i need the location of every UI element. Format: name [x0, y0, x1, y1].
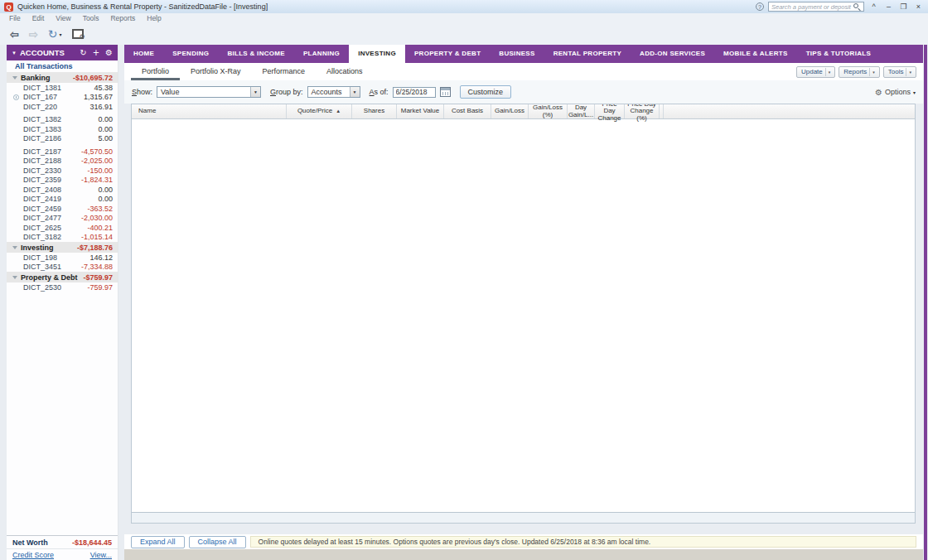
window-right-edge — [924, 45, 927, 560]
as-of-date-input[interactable] — [393, 87, 436, 98]
quicken-logo-icon: Q — [4, 2, 13, 12]
sidebar-item-dict-2186[interactable]: DICT_21865.00 — [7, 134, 118, 144]
sidebar-item-dict-2188[interactable]: DICT_2188-2,025.00 — [7, 157, 118, 167]
triangle-icon — [12, 246, 17, 249]
expand-all-button[interactable]: Expand All — [131, 536, 185, 548]
column-header-gain-loss[interactable]: Gain/Loss (%) — [529, 104, 568, 118]
refresh-accounts-icon[interactable]: ↻ — [80, 48, 86, 57]
sidebar-item-dict-220[interactable]: DICT_220316.91 — [7, 102, 118, 112]
tab-business[interactable]: BUSINESS — [490, 45, 544, 63]
reports-button[interactable]: Reports▾ — [839, 66, 880, 78]
sidebar-group-investing[interactable]: Investing-$7,188.76 — [7, 242, 118, 253]
chevron-down-icon[interactable]: ▼ — [350, 87, 360, 97]
sidebar-group-label: Property & Debt — [21, 273, 78, 282]
accounts-gear-icon[interactable]: ⚙ — [105, 48, 113, 57]
sidebar-item-dict-2408[interactable]: DICT_24080.00 — [7, 185, 118, 195]
sidebar-item-dict-2187[interactable]: DICT_2187-4,570.50 — [7, 147, 118, 157]
sidebar-item-dict-2625[interactable]: DICT_2625-400.21 — [7, 223, 118, 233]
sidebar-item-all-transactions[interactable]: All Transactions — [7, 60, 118, 72]
menu-view[interactable]: View — [50, 14, 76, 22]
tab-home[interactable]: HOME — [124, 45, 163, 63]
accounts-header[interactable]: ▼ ACCOUNTS ↻ + ⚙ — [7, 45, 118, 60]
tab-mobile-alerts[interactable]: MOBILE & ALERTS — [714, 45, 797, 63]
sidebar-item-dict-1381[interactable]: DICT_138145.38 — [7, 83, 118, 93]
tab-bills-income[interactable]: BILLS & INCOME — [218, 45, 294, 63]
sidebar-item-dict-167[interactable]: DICT_1671,315.67 — [7, 93, 118, 103]
subtab-performance[interactable]: Performance — [252, 63, 317, 80]
sidebar-item-dict-3451[interactable]: DICT_3451-7,334.88 — [7, 263, 118, 273]
sort-ascending-icon: ▲ — [336, 108, 341, 115]
tab-tips-tutorials[interactable]: TIPS & TUTORIALS — [797, 45, 880, 63]
sidebar-item-dict-1382[interactable]: DICT_13820.00 — [7, 115, 118, 125]
menu-edit[interactable]: Edit — [27, 14, 51, 22]
minimize-button[interactable]: – — [883, 2, 894, 12]
forward-button[interactable]: ⇨ — [29, 28, 38, 41]
account-value: 0.00 — [98, 125, 113, 133]
column-header-quote-price[interactable]: Quote/Price▲ — [287, 104, 352, 118]
subtab-portfolio[interactable]: Portfolio — [131, 63, 180, 80]
refresh-icon: ↻ — [48, 27, 58, 41]
chevron-down-icon: ▾ — [913, 89, 916, 95]
help-icon[interactable]: ? — [756, 2, 764, 11]
column-header-price-day-change[interactable]: Price Day Change — [595, 104, 625, 118]
credit-score-link[interactable]: Credit Score — [12, 551, 54, 559]
sidebar-item-dict-2419[interactable]: DICT_24190.00 — [7, 195, 118, 205]
sidebar-item-dict-2359[interactable]: DICT_2359-1,824.31 — [7, 176, 118, 186]
account-value: 1,315.67 — [84, 93, 113, 101]
sidebar-item-dict-2477[interactable]: DICT_2477-2,030.00 — [7, 214, 118, 224]
totals-row — [132, 512, 915, 523]
column-header-price-day-change[interactable]: Price Day Change (%) — [625, 104, 660, 118]
group-by-dropdown[interactable]: Accounts ▼ — [307, 86, 360, 98]
credit-score-view-link[interactable]: View... — [90, 551, 112, 559]
close-button[interactable]: × — [913, 2, 924, 12]
menu-tools[interactable]: Tools — [77, 14, 105, 22]
clock-icon — [13, 94, 19, 100]
column-header-name[interactable]: Name — [132, 104, 287, 118]
net-worth-value: -$18,644.45 — [72, 538, 112, 547]
restore-button[interactable]: ❐ — [898, 2, 909, 12]
column-header-gain-loss[interactable]: Gain/Loss — [491, 104, 529, 118]
tab-property-debt[interactable]: PROPERTY & DEBT — [405, 45, 490, 63]
tab-add-on-services[interactable]: ADD-ON SERVICES — [631, 45, 714, 63]
add-account-icon[interactable]: + — [93, 48, 99, 57]
tab-investing[interactable]: INVESTING — [349, 45, 405, 63]
sidebar-item-dict-1383[interactable]: DICT_13830.00 — [7, 124, 118, 134]
column-header-shares[interactable]: Shares — [352, 104, 397, 118]
menu-file[interactable]: File — [3, 14, 27, 22]
show-dropdown[interactable]: Value ▼ — [157, 86, 261, 98]
sidebar-item-dict-198[interactable]: DICT_198146.12 — [7, 253, 118, 263]
collapse-window-button[interactable]: ^ — [868, 2, 879, 12]
calendar-icon[interactable] — [440, 87, 451, 97]
column-header-cost-basis[interactable]: Cost Basis — [444, 104, 491, 118]
collapse-all-button[interactable]: Collapse All — [189, 536, 246, 548]
sidebar-item-dict-2530[interactable]: DICT_2530-759.97 — [7, 282, 118, 292]
menu-reports[interactable]: Reports — [104, 14, 141, 22]
chevron-down-icon[interactable]: ▼ — [250, 87, 260, 97]
view-settings-icon[interactable]: ⚙ — [72, 29, 84, 39]
credit-score-row: Credit Score View... — [7, 548, 118, 560]
subtab-portfolio-x-ray[interactable]: Portfolio X-Ray — [180, 63, 252, 80]
sidebar-group-property-debt[interactable]: Property & Debt-$759.97 — [7, 272, 118, 282]
column-header-day-gain-l[interactable]: Day Gain/L... — [568, 104, 595, 118]
search-icon[interactable] — [853, 3, 861, 11]
customize-button[interactable]: Customize — [460, 85, 512, 99]
chevron-down-icon: ▼ — [12, 51, 17, 56]
one-step-update-button[interactable]: ↻ ▾ — [48, 27, 62, 41]
options-button[interactable]: ⚙ Options ▾ — [875, 88, 916, 97]
update-button[interactable]: Update▾ — [796, 66, 835, 78]
sidebar-item-dict-3182[interactable]: DICT_3182-1,015.14 — [7, 233, 118, 243]
menu-help[interactable]: Help — [141, 14, 167, 22]
sidebar-item-dict-2459[interactable]: DICT_2459-363.52 — [7, 204, 118, 214]
sidebar-group-banking[interactable]: Banking-$10,695.72 — [7, 72, 118, 83]
back-button[interactable]: ⇦ — [10, 28, 19, 41]
account-name: DICT_3182 — [23, 233, 61, 241]
accounts-list: Banking-$10,695.72DICT_138145.38DICT_167… — [7, 72, 118, 535]
sidebar-item-dict-2330[interactable]: DICT_2330-150.00 — [7, 166, 118, 176]
search-input[interactable]: Search a payment or deposit — [768, 2, 864, 12]
subtab-allocations[interactable]: Allocations — [316, 63, 374, 80]
tab-spending[interactable]: SPENDING — [163, 45, 218, 63]
tools-button[interactable]: Tools▾ — [883, 66, 916, 78]
tab-planning[interactable]: PLANNING — [294, 45, 349, 63]
column-header-market-value[interactable]: Market Value — [397, 104, 444, 118]
tab-rental-property[interactable]: RENTAL PROPERTY — [544, 45, 631, 63]
